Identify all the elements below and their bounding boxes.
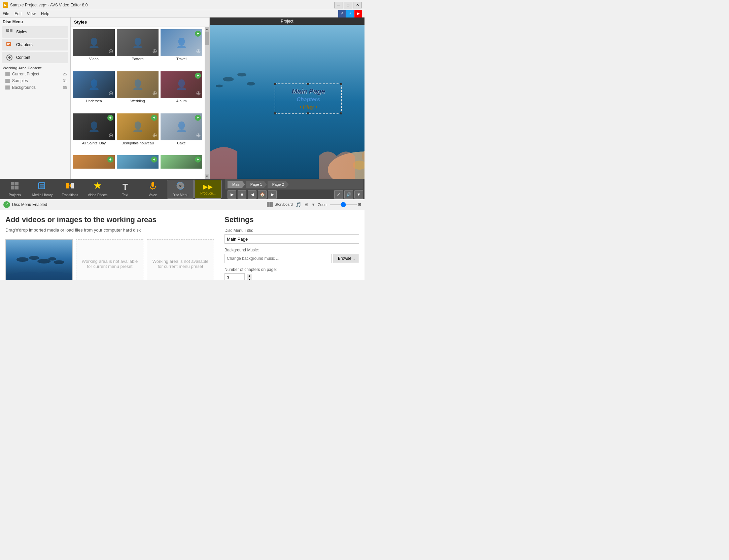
style-album[interactable]: 👤 ⊕ + Album — [160, 71, 203, 112]
work-slot-1[interactable] — [5, 239, 73, 280]
media-library-button[interactable]: Media Library — [29, 180, 56, 199]
svg-rect-2 — [10, 29, 12, 32]
work-slot-2[interactable]: Working area is not available for curren… — [76, 239, 143, 280]
maximize-button[interactable]: □ — [344, 2, 352, 8]
zoom-slider[interactable] — [330, 204, 357, 205]
style-beaujolais[interactable]: 👤 ⊕ + Beaujolais nouveau — [116, 113, 159, 154]
menu-selection-box: Main Page Chapters • Play • — [275, 83, 342, 114]
audio-icon[interactable]: 🎵 — [296, 202, 301, 207]
disc-menu-title-field: Disc Menu Title: — [224, 228, 359, 244]
style-undersea[interactable]: 👤 ⊕ Undersea — [73, 71, 115, 112]
minimize-button[interactable]: ─ — [334, 2, 343, 8]
tree-count-backgrounds: 65 — [63, 85, 67, 90]
media-library-label: Media Library — [32, 193, 53, 197]
storyboard-button[interactable]: Storyboard — [267, 202, 293, 207]
disc-menu-title-input[interactable] — [224, 234, 359, 244]
projects-icon — [10, 181, 19, 192]
working-area-subtitle: Drag'n'drop imported media or load files… — [5, 228, 218, 233]
style-wedding[interactable]: 👤 ⊕ Wedding — [116, 71, 159, 112]
bottom-right-tools: Storyboard 🎵 🖥 ▼ Zoom: ⊞ — [267, 202, 361, 207]
style-extra3[interactable]: + — [160, 155, 203, 177]
view-dropdown-button[interactable]: ▼ — [311, 202, 315, 207]
chapters-label: Number of chapters on page: — [224, 267, 359, 272]
projects-button[interactable]: Projects — [1, 180, 28, 199]
volume-button[interactable]: 🔊 — [344, 190, 353, 199]
style-label-cake: Cake — [177, 140, 186, 146]
style-label-album: Album — [176, 98, 186, 104]
styles-scrollbar[interactable]: ▲ ▼ — [205, 27, 209, 179]
next-button[interactable]: ▶ — [268, 190, 277, 199]
style-travel[interactable]: 👤 ⊕ + Travel — [160, 29, 203, 70]
handle-tr — [340, 83, 342, 85]
facebook-icon[interactable]: f — [338, 10, 346, 18]
style-pattern[interactable]: 👤 ⊕ Pattern — [116, 29, 159, 70]
style-label-video: Video — [89, 56, 99, 62]
tree-item-samples[interactable]: Samples 31 — [0, 77, 70, 84]
content-nav-label: Content — [16, 55, 30, 60]
produce-button[interactable]: ▶▶ Produce... — [195, 180, 221, 199]
prev-button[interactable]: ◀ — [248, 190, 256, 199]
work-slot-3[interactable]: Working area is not available for curren… — [147, 239, 214, 280]
style-extra2[interactable]: + — [116, 155, 159, 177]
text-button[interactable]: T Text — [112, 180, 139, 199]
svg-rect-19 — [11, 186, 14, 189]
style-extra1[interactable]: + — [73, 155, 115, 177]
style-thumb-pattern: 👤 ⊕ — [117, 29, 159, 56]
twitter-icon[interactable]: t — [346, 10, 354, 18]
style-thumb-undersea: 👤 ⊕ — [73, 71, 115, 98]
handle-tm — [307, 83, 309, 85]
menu-help[interactable]: Help — [41, 11, 49, 16]
style-label-pattern: Pattern — [132, 56, 143, 62]
title-bar: ▶ Sample Project.vep* - AVS Video Editor… — [0, 0, 364, 10]
disc-menu-title: Disc Menu — [0, 18, 70, 26]
tree-count-samples: 31 — [63, 79, 67, 83]
styles-nav-button[interactable]: Styles — [2, 26, 68, 38]
menu-file[interactable]: File — [3, 11, 9, 16]
media-library-icon — [38, 181, 47, 192]
fullscreen-button[interactable]: ⤢ — [334, 190, 343, 199]
browse-button[interactable]: Browse... — [334, 254, 359, 263]
voice-button[interactable]: Voice — [139, 180, 166, 199]
view-mode-button[interactable]: 🖥 — [304, 202, 309, 207]
disc-menu-button[interactable]: Disc Menu — [167, 180, 194, 199]
video-effects-button[interactable]: Video Effects — [84, 180, 111, 199]
chapters-input[interactable] — [224, 273, 245, 280]
play-button[interactable]: ▶ — [228, 190, 236, 199]
social-icons: f t ▶ — [338, 10, 362, 18]
more-button[interactable]: ▼ — [354, 190, 363, 199]
style-thumb-extra1: + — [73, 155, 115, 169]
youtube-icon[interactable]: ▶ — [354, 10, 362, 18]
tab-page1[interactable]: Page 1 — [246, 181, 267, 188]
slot3-unavailable-text: Working area is not available for curren… — [147, 255, 214, 272]
svg-marker-27 — [69, 184, 71, 187]
tree-item-backgrounds[interactable]: Backgrounds 65 — [0, 84, 70, 91]
handle-bm — [307, 112, 309, 114]
svg-rect-34 — [267, 202, 270, 207]
close-button[interactable]: ✕ — [353, 2, 362, 8]
transitions-label: Transitions — [62, 193, 78, 197]
scroll-down-button[interactable]: ▼ — [205, 174, 209, 179]
preview-panel: Project — [210, 18, 364, 179]
style-thumb-album: 👤 ⊕ + — [161, 71, 202, 98]
stop-button[interactable]: ■ — [238, 190, 246, 199]
slot1-image — [6, 240, 72, 280]
svg-rect-25 — [66, 183, 69, 188]
chapters-down-button[interactable]: ▼ — [247, 278, 252, 280]
menu-view[interactable]: View — [27, 11, 36, 16]
transitions-button[interactable]: Transitions — [57, 180, 83, 199]
style-video[interactable]: 👤 ⊕ Video — [73, 29, 115, 70]
tree-item-current-project[interactable]: Current Project 25 — [0, 71, 70, 77]
scroll-up-button[interactable]: ▲ — [205, 27, 209, 32]
home-button[interactable]: 🏠 — [258, 190, 267, 199]
svg-point-13 — [223, 77, 234, 81]
style-allsaints[interactable]: 👤 ⊕ + All Saints' Day — [73, 113, 115, 154]
tab-main[interactable]: Main — [228, 181, 245, 188]
content-nav-button[interactable]: Content — [2, 52, 68, 63]
chapters-up-button[interactable]: ▲ — [247, 274, 252, 278]
style-cake[interactable]: 👤 ⊕ + Cake — [160, 113, 203, 154]
chapters-nav-button[interactable]: Chapters — [2, 39, 68, 50]
background-music-input[interactable] — [224, 254, 332, 263]
menu-edit[interactable]: Edit — [14, 11, 22, 16]
tab-page2[interactable]: Page 2 — [268, 181, 289, 188]
styles-nav-icon — [5, 28, 13, 36]
